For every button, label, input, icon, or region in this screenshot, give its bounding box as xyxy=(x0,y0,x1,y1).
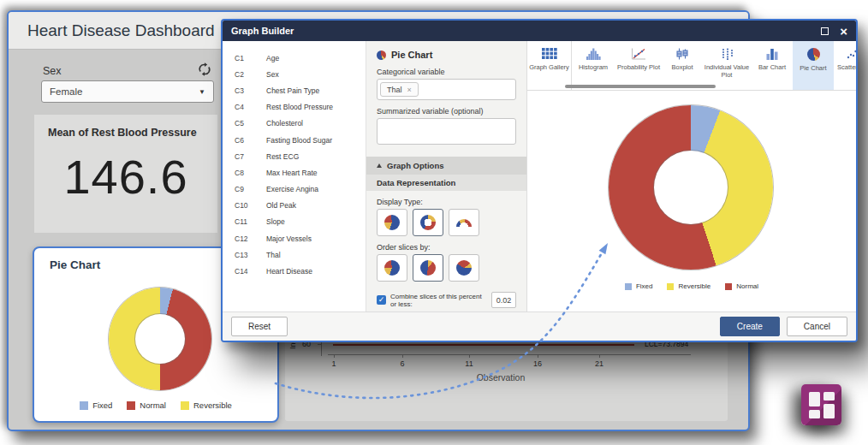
x-tick-21: 21 xyxy=(591,359,608,368)
summarized-variable-input[interactable] xyxy=(377,118,516,145)
lcl-line xyxy=(333,344,634,346)
create-button[interactable]: Create xyxy=(720,317,780,336)
column-row[interactable]: C12Major Vessels xyxy=(223,230,366,246)
bar-chart-icon xyxy=(765,48,779,60)
column-name: Max Heart Rate xyxy=(266,169,318,177)
gallery-item-boxplot[interactable]: Boxplot xyxy=(663,41,702,90)
column-id: C8 xyxy=(235,169,266,177)
display-type-label: Display Type: xyxy=(377,198,516,206)
column-row[interactable]: C1Age xyxy=(223,50,366,66)
gallery-item-pie-chart[interactable]: Pie Chart xyxy=(793,41,834,90)
gallery-item-label: Graph Gallery xyxy=(529,63,569,71)
graph-gallery-toolbar: Graph Gallery Histogram xyxy=(527,41,856,91)
gallery-item-label: Bar Chart xyxy=(758,63,786,71)
control-chart-x-axis-label: Observation xyxy=(449,372,552,383)
gallery-item-bar-chart[interactable]: Bar Chart xyxy=(752,41,793,90)
pie-chart-settings-panel: Pie Chart Categorical variable Thal × Su… xyxy=(366,41,527,312)
column-name: Chest Pain Type xyxy=(266,86,319,95)
legend-item: Normal xyxy=(127,400,166,410)
gallery-horizontal-scrollbar[interactable] xyxy=(565,85,716,88)
column-name: Thal xyxy=(266,251,281,259)
preview-legend: Fixed Reversible Normal xyxy=(527,282,856,290)
graph-builder-dialog: Graph Builder × C1Age C2Sex C3Chest Pain… xyxy=(221,19,858,342)
dialog-footer: Reset Create Cancel xyxy=(223,312,856,341)
pie-display-icon xyxy=(384,215,400,230)
order-slices-option-2[interactable] xyxy=(413,254,443,282)
legend-label: Fixed xyxy=(636,282,653,290)
metric-label: Mean of Rest Blood Pressure xyxy=(34,115,217,139)
combine-percent-input[interactable]: 0.02 xyxy=(491,292,516,308)
column-name: Slope xyxy=(266,217,285,226)
gallery-item-graph-gallery[interactable]: Graph Gallery xyxy=(527,41,572,90)
grid-icon xyxy=(542,48,557,60)
display-type-donut-button[interactable] xyxy=(413,209,443,236)
display-type-pie-button[interactable] xyxy=(377,209,407,236)
sex-dropdown[interactable]: Female ▼ xyxy=(41,80,214,103)
reset-button[interactable]: Reset xyxy=(231,317,288,336)
dialog-body: C1Age C2Sex C3Chest Pain Type C4Rest Blo… xyxy=(223,41,856,312)
column-row[interactable]: C13Thal xyxy=(223,246,366,263)
logo-pane xyxy=(809,392,820,406)
legend-item: Fixed xyxy=(625,282,653,290)
sex-dropdown-value: Female xyxy=(50,86,82,97)
cancel-button[interactable]: Cancel xyxy=(787,317,847,336)
individual-value-plot-icon xyxy=(720,48,734,60)
maximize-icon[interactable] xyxy=(821,27,829,35)
legend-label: Normal xyxy=(140,400,166,410)
chevron-down-icon: ▼ xyxy=(199,88,205,96)
order-pie-icon xyxy=(456,260,472,276)
gallery-item-probability-plot[interactable]: Probability Plot xyxy=(615,41,663,90)
window-controls: × xyxy=(821,25,847,38)
gallery-item-individual-value-plot[interactable]: Individual Value Plot xyxy=(702,41,752,90)
column-row[interactable]: C8Max Heart Rate xyxy=(223,164,366,181)
gallery-item-label: Scatterplot xyxy=(837,63,856,71)
column-row[interactable]: C10Old Peak xyxy=(223,198,366,214)
column-row[interactable]: C14Heart Disease xyxy=(223,263,366,279)
x-axis-line xyxy=(328,354,691,355)
combine-slices-row: ✓ Combine slices of this percent or less… xyxy=(377,292,516,308)
screenshot-stage: Heart Disease Dashboard Sex Female ▼ Mea… xyxy=(0,0,868,445)
x-tick-mark xyxy=(469,354,470,358)
column-row[interactable]: C9Exercise Angina xyxy=(223,181,366,198)
column-id: C5 xyxy=(235,119,266,128)
column-id: C14 xyxy=(235,267,266,276)
categorical-variable-input[interactable]: Thal × xyxy=(377,79,516,100)
column-id: C10 xyxy=(235,201,266,210)
column-row[interactable]: C6Fasting Blood Sugar xyxy=(223,132,366,148)
column-row[interactable]: C4Rest Blood Pressure xyxy=(223,99,366,116)
dialog-title: Graph Builder xyxy=(231,26,294,36)
column-id: C11 xyxy=(235,217,266,226)
order-slices-option-3[interactable] xyxy=(449,254,479,282)
gallery-item-scatterplot[interactable]: Scatterplot xyxy=(834,41,856,90)
column-row[interactable]: C5Cholesterol xyxy=(223,116,366,132)
order-slices-option-1[interactable] xyxy=(377,254,407,282)
metric-card: Mean of Rest Blood Pressure 146.6 xyxy=(34,115,217,233)
column-id: C4 xyxy=(235,103,266,111)
x-tick-mark xyxy=(402,354,403,358)
gallery-item-histogram[interactable]: Histogram xyxy=(572,41,615,90)
column-row[interactable]: C7Rest ECG xyxy=(223,148,366,164)
display-type-gauge-button[interactable] xyxy=(449,209,479,236)
combine-slices-checkbox[interactable]: ✓ xyxy=(377,295,386,305)
x-tick-mark xyxy=(599,354,600,358)
variable-tag[interactable]: Thal × xyxy=(380,82,419,97)
refresh-icon[interactable] xyxy=(197,62,212,77)
column-row[interactable]: C3Chest Pain Type xyxy=(223,82,366,98)
column-name: Exercise Angina xyxy=(266,185,318,193)
graph-options-header[interactable]: Graph Options xyxy=(366,157,526,175)
column-id: C2 xyxy=(235,70,266,79)
donut-display-icon xyxy=(420,215,436,230)
column-row[interactable]: C2Sex xyxy=(223,66,366,82)
legend-item: Fixed xyxy=(80,400,112,410)
logo-pane xyxy=(809,410,820,418)
legend-swatch-normal xyxy=(127,401,135,410)
dashboard-donut-chart xyxy=(109,288,211,390)
column-name: Rest Blood Pressure xyxy=(266,103,333,111)
dialog-right-pane: Graph Gallery Histogram xyxy=(527,41,856,312)
close-icon[interactable]: × xyxy=(840,25,847,38)
column-row[interactable]: C11Slope xyxy=(223,214,366,230)
logo-pane xyxy=(823,392,835,400)
dialog-titlebar[interactable]: Graph Builder × xyxy=(223,21,856,41)
remove-tag-icon[interactable]: × xyxy=(407,86,412,94)
column-id: C1 xyxy=(235,54,266,62)
